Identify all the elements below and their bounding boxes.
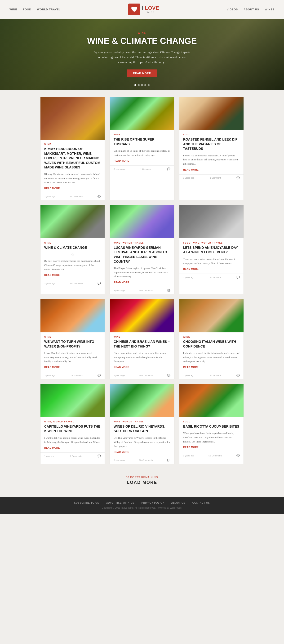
hero-dot-5[interactable] — [148, 84, 150, 86]
card-water-read-more[interactable]: Read More — [44, 366, 101, 368]
card-lucas-meta: 3 years ago No Comments 💬 — [110, 287, 174, 294]
card-lucas-excerpt: The Finger Lakes region of upstate New Y… — [114, 266, 170, 279]
card-capitello-body: WINE, WORLD TRAVEL CAPITELLO VINEYARDS P… — [41, 417, 105, 452]
footer-nav: SUBSCRIBE TO US ADVERTISE WITH US PRIVAC… — [10, 502, 274, 504]
hero-read-more-button[interactable]: READ MORE — [127, 70, 157, 77]
card-kimmy-title: KIMMY HENDERSON OF MAKIKISART: MOTHER, W… — [44, 147, 101, 170]
card-fennel-meta: 3 years ago 1 Comment 💬 — [179, 174, 243, 182]
footer-link-advertise[interactable]: ADVERTISE WITH US — [106, 502, 134, 504]
card-kimmy-read-more[interactable]: Read More — [44, 187, 101, 190]
card-water-excerpt: I love Thanksgiving. It brings up memori… — [44, 351, 101, 364]
card-kimmy-body: WINE KIMMY HENDERSON OF MAKIKISART: MOTH… — [41, 140, 105, 193]
nav-food[interactable]: FOOD — [23, 8, 32, 11]
card-climate-body: WINE WINE & CLIMATE CHANGE ☆ By now you'… — [41, 238, 105, 280]
hero-dot-1[interactable] — [134, 84, 136, 86]
comment-icon-3: 💬 — [236, 176, 240, 180]
card-event-read-more[interactable]: Read More — [183, 268, 240, 270]
card-lucas-time: 3 years ago — [114, 290, 125, 292]
article-row-2: WINE WINE & CLIMATE CHANGE ☆ By now you'… — [40, 205, 244, 294]
card-basil-time: 3 years ago — [183, 454, 194, 457]
nav-videos[interactable]: VIDEOS — [227, 8, 238, 11]
card-lucas-body: WINE, WORLD TRAVEL LUCAS VINEYARDS GERMA… — [110, 238, 174, 287]
card-italian-time: 3 years ago — [183, 374, 194, 376]
card-lucas-read-more[interactable]: Read More — [114, 281, 170, 284]
card-capitello: WINE, WORLD TRAVEL CAPITELLO VINEYARDS P… — [40, 384, 105, 464]
hero-section: WINE WINE & CLIMATE CHANGE By now you've… — [0, 19, 284, 90]
card-chinese-time: 3 years ago — [114, 374, 125, 376]
card-chinese-comments: No Comments — [139, 374, 153, 376]
card-fennel: FOOD ROASTED FENNEL AND LEEK DIP AND THE… — [179, 97, 244, 200]
card-basil-image — [179, 384, 243, 417]
footer-link-contact[interactable]: CONTACT US — [192, 502, 210, 504]
hero-dot-3[interactable] — [141, 84, 143, 86]
card-basil-title: BASIL RICOTTA CUCUMBER BITES — [183, 424, 240, 429]
card-del-rio-read-more[interactable]: Read More — [114, 451, 170, 453]
load-more-remaining: 30 POSTS REMAINING — [40, 476, 244, 479]
footer-link-privacy[interactable]: PRIVACY POLICY — [141, 502, 164, 504]
comment-icon: 💬 — [97, 195, 101, 198]
card-capitello-read-more[interactable]: Read More — [44, 446, 101, 449]
card-basil-category: FOOD — [183, 420, 240, 423]
footer-link-about[interactable]: ABOUT US — [171, 502, 185, 504]
card-climate-title: WINE & CLIMATE CHANGE — [44, 246, 101, 250]
card-event-excerpt: There are many wine events throughout th… — [183, 257, 240, 265]
card-climate-time: 3 years ago — [44, 282, 55, 285]
card-italian: WINE CHOOSING ITALIAN WINES WITH CONFIDE… — [179, 299, 244, 379]
card-kimmy-excerpt: Kimmy Henderson is the talented owner/ar… — [44, 172, 101, 185]
card-del-rio-category: WINE, WORLD TRAVEL — [114, 420, 170, 423]
comment-icon-10: 💬 — [97, 454, 101, 458]
card-water-body: WINE WE WANT TO TURN WINE INTO WATER (NO… — [41, 332, 105, 372]
logo[interactable]: I LOVE Wine — [128, 4, 159, 15]
card-climate: WINE WINE & CLIMATE CHANGE ☆ By now you'… — [40, 205, 105, 294]
comment-icon-11: 💬 — [167, 459, 170, 462]
card-basil-read-more[interactable]: Read More — [183, 446, 240, 449]
card-chinese-excerpt: Once upon a time, and not so long ago, f… — [114, 351, 170, 364]
hero-category: WINE — [87, 32, 197, 34]
card-fennel-category: FOOD — [183, 134, 240, 136]
site-header: WINE FOOD WORLD TRAVEL I LOVE Wine VIDEO… — [0, 0, 284, 19]
card-water: WINE WE WANT TO TURN WINE INTO WATER (NO… — [40, 299, 105, 379]
card-basil-excerpt: When you have farm fresh vegetables and … — [183, 431, 240, 444]
card-water-image — [41, 299, 105, 332]
card-fennel-read-more[interactable]: Read More — [183, 168, 240, 171]
card-del-rio-image — [110, 384, 174, 417]
card-tuscans-read-more[interactable]: Read More — [114, 160, 170, 162]
card-del-rio-title: WINES OF DEL RIO VINEYARDS, SOUTHERN ORE… — [114, 424, 170, 434]
card-fennel-image — [179, 97, 243, 130]
card-water-comments: 2 Comments — [71, 374, 83, 376]
card-chinese-body: WINE CHINESE AND BRAZILIAN WINES – THE N… — [110, 332, 174, 372]
card-capitello-meta: 1 year ago 1 Comments 💬 — [41, 452, 105, 460]
card-capitello-time: 1 year ago — [44, 455, 54, 457]
article-row-4: WINE, WORLD TRAVEL CAPITELLO VINEYARDS P… — [40, 384, 244, 464]
card-tuscans-body: WINE THE RISE OF THE SUPER TUSCANS When … — [110, 130, 174, 165]
hero-dot-4[interactable] — [144, 84, 146, 86]
card-chinese-image — [110, 299, 174, 332]
card-tuscans-comments: 1 Comment — [140, 168, 152, 170]
nav-wine[interactable]: WINE — [10, 8, 17, 11]
site-footer: SUBSCRIBE TO US ADVERTISE WITH US PRIVAC… — [0, 497, 284, 514]
nav-world-travel[interactable]: WORLD TRAVEL — [37, 8, 61, 11]
card-italian-read-more[interactable]: Read More — [183, 366, 240, 368]
comment-icon-6: 💬 — [236, 276, 240, 279]
card-chinese-read-more[interactable]: Read More — [114, 366, 170, 368]
card-capitello-title: CAPITELLO VINEYARDS PUTS THE KIWI IN THE… — [44, 424, 101, 434]
comment-icon-4: 💬 — [97, 282, 101, 285]
hero-dots — [134, 84, 150, 86]
card-del-rio-comments: No Comments — [139, 459, 153, 462]
card-climate-read-more[interactable]: Read More — [44, 274, 101, 276]
footer-copyright: Copyright © 2023 I Love Wine. All Rights… — [10, 506, 274, 509]
card-water-meta: 3 years ago 2 Comments 💬 — [41, 372, 105, 379]
card-kimmy-meta: 2 years ago 14 Comments 💬 — [41, 193, 105, 200]
nav-wines[interactable]: WINES — [265, 8, 274, 11]
main-content: WINE KIMMY HENDERSON OF MAKIKISART: MOTH… — [36, 90, 248, 497]
card-tuscans-image — [110, 97, 174, 130]
load-more-button[interactable]: LOAD MORE — [40, 480, 244, 485]
hero-dot-2[interactable] — [138, 84, 140, 86]
card-lucas-comments: No Comments — [139, 290, 153, 292]
footer-link-subscribe[interactable]: SUBSCRIBE TO US — [74, 502, 99, 504]
article-row-3: WINE WE WANT TO TURN WINE INTO WATER (NO… — [40, 299, 244, 379]
nav-about-us[interactable]: ABOUT US — [243, 8, 259, 11]
card-capitello-comments: 1 Comments — [70, 455, 82, 457]
card-lucas-category: WINE, WORLD TRAVEL — [114, 242, 170, 244]
card-del-rio-time: 6 years ago — [114, 459, 125, 462]
